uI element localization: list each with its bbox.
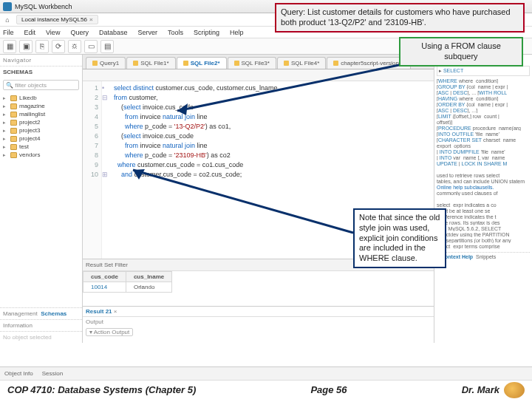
output-panel: Output ▾ Action Output (83, 316, 434, 343)
help-line: export_options (437, 143, 530, 149)
sql-icon (333, 61, 338, 66)
help-link[interactable]: Online help subclausells. (437, 184, 530, 190)
tab-file4[interactable]: SQL File4* (277, 57, 326, 69)
col-header[interactable]: cus_code (83, 272, 126, 282)
help-line: table rows. Its syntax is des (437, 219, 530, 225)
menu-database[interactable]: Database (99, 29, 128, 36)
help-line: select_expr terms comprise (437, 243, 530, 249)
help-line: a reference indicates the t (437, 214, 530, 219)
line-gutter: 12345678910 (83, 81, 102, 259)
help-line: [ASC | DESC], ... [WITH ROLL (437, 89, 530, 95)
result-tab[interactable]: Result 21 × (83, 306, 434, 316)
connection-tab[interactable]: Local instance MySQL56 × (16, 15, 98, 24)
toolbar-btn-3[interactable]: ⎘ (35, 40, 49, 53)
schema-item[interactable]: ▸project3 (3, 126, 79, 134)
menu-tools[interactable]: Tools (168, 29, 183, 36)
sql-icon (92, 61, 98, 66)
sql-icon (234, 61, 239, 66)
help-line: used to retrieve rows select (437, 172, 530, 178)
navigator-header: Navigator (0, 55, 82, 66)
help-line: [ASC | DESC], ...] (437, 107, 530, 113)
filter-input[interactable]: 🔍 filter objects (3, 80, 79, 90)
toolbar-btn-2[interactable]: ▣ (19, 40, 33, 53)
menu-view[interactable]: View (46, 29, 60, 36)
help-line: must be at least one se (437, 208, 530, 214)
folder-icon (10, 95, 17, 101)
annotation-query: Query: List customer details for custome… (275, 3, 525, 33)
footer-page: Page 56 (310, 384, 347, 395)
help-line: tables, and can include UNION statem (437, 178, 530, 184)
nav-tab-management[interactable]: Management Schemas (0, 307, 82, 319)
result-grid[interactable]: cus_codecus_lname 10014Orlando (83, 270, 434, 306)
search-icon: 🔍 (6, 82, 13, 89)
folder-icon (10, 152, 17, 158)
sql-icon (284, 61, 289, 66)
nav-no-object: No object selected (0, 331, 82, 343)
folder-icon (10, 103, 17, 109)
status-bar: Object Info Session (0, 366, 532, 380)
menu-server[interactable]: Server (137, 29, 157, 36)
sql-additions-panel: SQL Additions ▸ SELECT [WHERE where_cond… (434, 55, 532, 343)
output-label: Output (86, 318, 103, 325)
right-tabs: ▸ Context Help Snippets (437, 252, 530, 260)
navigator-footer: Management Schemas Information No object… (0, 307, 82, 343)
tab-file2[interactable]: SQL File2* (177, 57, 227, 69)
toolbar-btn-6[interactable]: ▭ (84, 40, 98, 53)
help-line: selectdev using the PARTITION (437, 231, 530, 237)
app-icon (3, 2, 12, 11)
schema-item[interactable]: ▸project2 (3, 118, 79, 126)
schema-tree: ▸Likedb ▸magazine ▸mailinglist ▸project2… (0, 92, 82, 160)
menu-edit[interactable]: Edit (24, 29, 36, 36)
menu-scripting[interactable]: Scripting (194, 29, 219, 36)
fold-gutter: •⊟⊞ (102, 81, 111, 259)
help-line: select_expr indicates a co (437, 202, 530, 208)
toolbar-btn-1[interactable]: ▦ (3, 40, 16, 53)
help-line: [LIMIT {[offset,] row_count | (437, 113, 530, 119)
sql-icon (183, 61, 188, 66)
annotation-from-clause: Using a FROM clause subquery (399, 37, 523, 66)
help-line: th 5, MySQL 5.6.2, SELECT (437, 225, 530, 231)
main-area: Navigator SCHEMAS 🔍 filter objects ▸Like… (0, 55, 532, 343)
toolbar-btn-7[interactable]: ▤ (100, 40, 114, 53)
home-icon[interactable]: ⌂ (3, 16, 12, 24)
schema-item[interactable]: ▸project4 (3, 134, 79, 143)
schema-item[interactable]: ▸test (3, 143, 79, 151)
close-icon[interactable]: × (89, 16, 93, 23)
status-object-info[interactable]: Object Info (4, 370, 33, 377)
schema-item[interactable]: ▸vendors (3, 151, 79, 159)
folder-icon (10, 136, 17, 142)
col-header[interactable]: cus_lname (126, 272, 171, 282)
status-session[interactable]: Session (42, 370, 63, 377)
help-line: [PROCEDURE procedure_name(arg (437, 125, 530, 131)
help-line: UPDATE | LOCK IN SHARE M (437, 160, 530, 166)
footer-right: Dr. Mark (462, 384, 499, 395)
help-line: [WHERE where_condition] (437, 78, 530, 83)
menu-file[interactable]: File (3, 29, 14, 36)
cell[interactable]: 10014 (83, 282, 126, 293)
tab-file1[interactable]: SQL File1* (126, 57, 175, 69)
schema-item[interactable]: ▸Likedb (3, 94, 79, 102)
footer-logo-icon (504, 382, 525, 398)
help-line: | INTO var_name [, var_name (437, 154, 530, 160)
menu-query[interactable]: Query (70, 29, 89, 36)
editor-tabs: Query1 SQL File1* SQL File2* SQL File3* … (83, 55, 434, 69)
slide-footer: COP 4710: Database Systems (Chapter 5) P… (0, 380, 532, 399)
toolbar-btn-4[interactable]: ⟳ (52, 40, 65, 53)
help-line: clausepartitions (or both) for any (437, 237, 530, 243)
connection-label: Local instance MySQL56 (21, 16, 87, 23)
tab-query1[interactable]: Query1 (86, 57, 126, 69)
schema-item[interactable]: ▸magazine (3, 102, 79, 110)
editor-panel: Query1 SQL File1* SQL File2* SQL File3* … (83, 55, 434, 343)
tab-file3[interactable]: SQL File3* (228, 57, 276, 69)
cell[interactable]: Orlando (126, 282, 171, 293)
schemas-header[interactable]: SCHEMAS (0, 66, 82, 78)
code-area[interactable]: select distinct customer.cus_code, custo… (111, 81, 281, 259)
menu-help[interactable]: Help (230, 29, 244, 36)
nav-info-header: Information (0, 319, 82, 331)
snippets-tab[interactable]: Snippets (476, 254, 496, 259)
toolbar-btn-5[interactable]: ⛭ (68, 40, 81, 53)
schema-item[interactable]: ▸mailinglist (3, 110, 79, 118)
help-line: [INTO OUTFILE 'file_name' (437, 131, 530, 137)
output-mode-select[interactable]: ▾ Action Output (86, 328, 133, 336)
app-title: MySQL Workbench (15, 3, 72, 10)
